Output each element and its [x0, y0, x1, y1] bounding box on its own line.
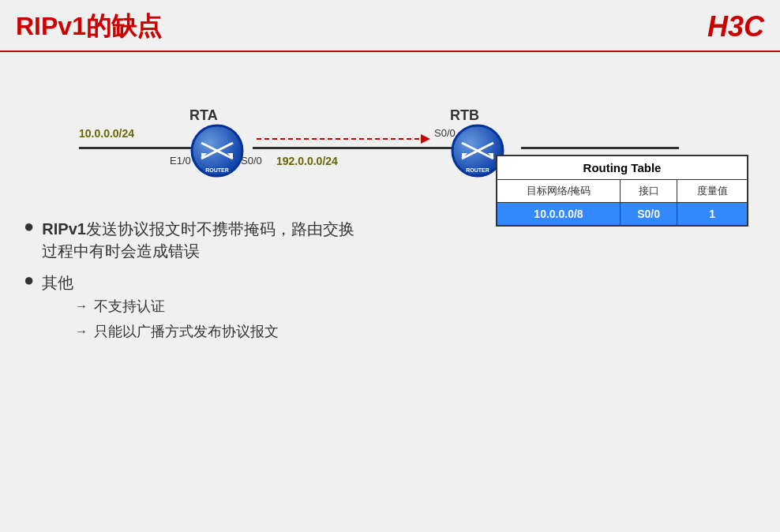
bullet-text-2: 其他 → 不支持认证 → 只能以广播方式发布协议报文 [42, 272, 279, 347]
rta-e1-label: E1/0 [170, 155, 191, 167]
slide-title: RIPv1的缺点 [16, 9, 162, 44]
routing-table: Routing Table 目标网络/掩码 接口 度量值 10.0.0.0/8 … [496, 155, 748, 227]
table-row: 10.0.0.0/8 S0/0 1 [497, 203, 748, 227]
svg-text:ROUTER: ROUTER [205, 167, 229, 173]
col-dest-header: 目标网络/掩码 [497, 180, 620, 203]
header: RIPv1的缺点 H3C [0, 0, 780, 52]
left-net-label: 10.0.0.0/24 [79, 127, 134, 140]
bullet-bold-1: RIPv1 [42, 220, 86, 238]
row-iface: S0/0 [620, 203, 677, 227]
bullet-text-1: RIPv1发送协议报文时不携带掩码，路由交换过程中有时会造成错误 [42, 218, 354, 262]
network-diagram: RTA RTB [16, 52, 764, 210]
sub-item-1: → 不支持认证 [75, 297, 279, 316]
bullet-rest-1: 发送协议报文时不携带掩码，路由交换过程中有时会造成错误 [42, 220, 354, 260]
rta-s0-label: S0/0 [241, 155, 262, 167]
row-dest: 10.0.0.0/8 [497, 203, 620, 227]
routing-table-title: Routing Table [497, 155, 748, 180]
row-metric: 1 [677, 203, 748, 227]
bullet-label-2: 其他 [42, 274, 73, 291]
col-iface-header: 接口 [620, 180, 677, 203]
sub-items: → 不支持认证 → 只能以广播方式发布协议报文 [75, 297, 279, 341]
rtb-s0-label: S0/0 [434, 127, 456, 139]
arrow-2: → [75, 324, 88, 339]
rip-update-arrow [257, 131, 450, 147]
rta-router-icon: ROUTER [189, 123, 245, 178]
routing-table-container: Routing Table 目标网络/掩码 接口 度量值 10.0.0.0/8 … [496, 155, 748, 227]
bullet-dot-2: ● [24, 270, 34, 290]
middle-network-line [253, 147, 454, 149]
slide: RIPv1的缺点 H3C RTA RTB [0, 0, 780, 532]
svg-text:ROUTER: ROUTER [466, 167, 489, 173]
col-metric-header: 度量值 [677, 180, 748, 203]
right-network-line [521, 147, 679, 149]
rta-label: RTA [189, 107, 218, 124]
h3c-logo: H3C [707, 10, 764, 43]
bullet-item-2: ● 其他 → 不支持认证 → 只能以广播方式发布协议报文 [24, 272, 756, 347]
rtb-label: RTB [450, 107, 479, 124]
arrow-1: → [75, 299, 88, 313]
content-area: ● RIPv1发送协议报文时不携带掩码，路由交换过程中有时会造成错误 ● 其他 … [24, 218, 756, 347]
left-network-line [79, 147, 205, 149]
sub-item-text-1: 不支持认证 [94, 297, 165, 316]
svg-marker-13 [421, 134, 430, 144]
bullet-dot-1: ● [24, 216, 34, 237]
sub-item-2: → 只能以广播方式发布协议报文 [75, 322, 279, 341]
middle-net-label: 192.0.0.0/24 [276, 155, 338, 167]
sub-item-text-2: 只能以广播方式发布协议报文 [94, 322, 279, 341]
